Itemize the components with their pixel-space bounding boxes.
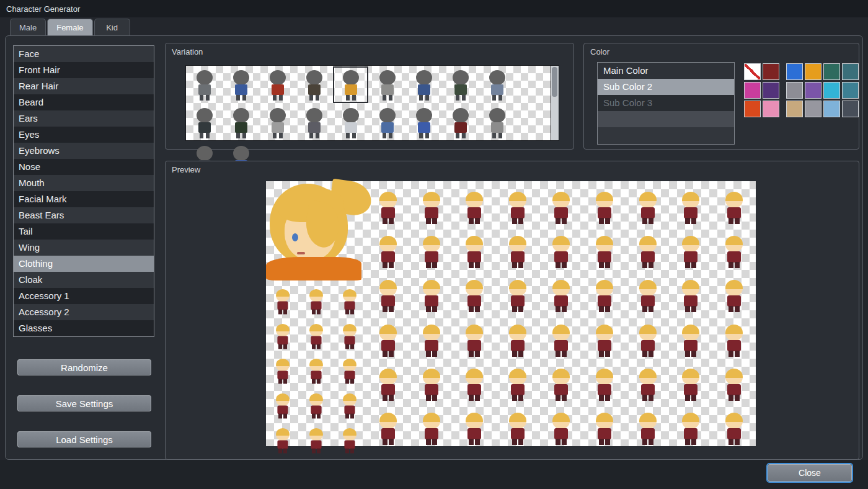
variation-thumbnail[interactable] bbox=[296, 104, 332, 141]
parts-list-item-beard[interactable]: Beard bbox=[14, 94, 154, 110]
character-figure bbox=[592, 235, 617, 269]
color-option-sub-color-3[interactable]: Sub Color 3 bbox=[598, 95, 734, 111]
parts-list-item-rear-hair[interactable]: Rear Hair bbox=[14, 78, 154, 94]
color-option-sub-color-2[interactable]: Sub Color 2 bbox=[598, 79, 734, 95]
color-option-main-color[interactable]: Main Color bbox=[598, 63, 734, 79]
character-figure bbox=[419, 279, 444, 313]
mannequin-head bbox=[306, 108, 322, 123]
parts-list-item-wing[interactable]: Wing bbox=[14, 240, 154, 256]
character-legs bbox=[556, 306, 567, 312]
load-settings-button[interactable]: Load Settings bbox=[17, 431, 151, 447]
variation-scrollbar[interactable] bbox=[551, 65, 559, 141]
parts-list-item-eyes[interactable]: Eyes bbox=[14, 127, 154, 143]
parts-list-item-eyebrows[interactable]: Eyebrows bbox=[14, 143, 154, 159]
palette-swatch[interactable] bbox=[763, 82, 779, 99]
mannequin-figure bbox=[414, 108, 435, 140]
character-legs bbox=[426, 395, 437, 401]
mannequin-outfit bbox=[454, 84, 467, 95]
character-head bbox=[725, 325, 743, 341]
variation-thumbnail[interactable] bbox=[223, 104, 259, 141]
bottom-bar bbox=[0, 460, 868, 489]
preview-sprite bbox=[669, 269, 712, 313]
variation-thumbnail[interactable] bbox=[186, 104, 223, 141]
parts-list-item-clothing[interactable]: Clothing bbox=[14, 256, 154, 272]
parts-list-item-facial-mark[interactable]: Facial Mark bbox=[14, 191, 154, 207]
variation-thumbnail[interactable] bbox=[369, 66, 405, 104]
palette-swatch[interactable] bbox=[805, 63, 822, 80]
parts-list-item-nose[interactable]: Nose bbox=[14, 159, 154, 175]
palette-swatch[interactable] bbox=[823, 101, 840, 117]
variation-scrollbar-thumb[interactable] bbox=[552, 67, 557, 97]
preview-sprite bbox=[626, 269, 670, 313]
parts-list-item-accessory-2[interactable]: Accessory 2 bbox=[14, 304, 154, 320]
character-body bbox=[425, 251, 438, 262]
character-head bbox=[596, 280, 613, 296]
parts-list-item-accessory-1[interactable]: Accessory 1 bbox=[14, 288, 154, 304]
character-legs bbox=[278, 379, 287, 384]
character-legs bbox=[556, 218, 567, 224]
variation-thumbnail[interactable] bbox=[223, 66, 259, 104]
variation-thumbnail[interactable] bbox=[186, 66, 223, 104]
variation-thumbnail[interactable] bbox=[479, 66, 515, 104]
palette-swatch[interactable] bbox=[842, 63, 859, 80]
palette-swatch[interactable] bbox=[763, 101, 779, 117]
variation-thumbnail[interactable] bbox=[332, 66, 369, 104]
parts-list-item-face[interactable]: Face bbox=[14, 46, 154, 62]
randomize-button[interactable]: Randomize bbox=[17, 359, 151, 375]
variation-thumbnail[interactable] bbox=[479, 104, 515, 141]
character-figure bbox=[505, 279, 530, 313]
parts-list-item-ears[interactable]: Ears bbox=[14, 110, 154, 127]
variation-thumbnail[interactable] bbox=[405, 104, 442, 141]
save-settings-button[interactable]: Save Settings bbox=[17, 395, 151, 411]
character-body bbox=[727, 384, 741, 395]
character-body bbox=[311, 440, 321, 449]
character-head bbox=[509, 325, 526, 341]
palette-swatch[interactable] bbox=[786, 101, 803, 117]
palette-swatch[interactable] bbox=[763, 63, 779, 80]
palette-swatch[interactable] bbox=[805, 82, 822, 99]
mannequin-head bbox=[197, 70, 213, 85]
preview-sprite-grid-small bbox=[266, 280, 366, 446]
preview-sprite bbox=[583, 358, 626, 402]
character-body bbox=[598, 295, 611, 307]
parts-list-item-tail[interactable]: Tail bbox=[14, 223, 154, 240]
palette-swatch[interactable] bbox=[786, 63, 803, 80]
palette-swatch[interactable] bbox=[744, 82, 761, 99]
parts-list-item-glasses[interactable]: Glasses bbox=[14, 320, 154, 336]
parts-list-item-front-hair[interactable]: Front Hair bbox=[14, 62, 154, 78]
variation-thumbnail[interactable] bbox=[405, 66, 442, 104]
palette-swatch[interactable] bbox=[842, 101, 859, 117]
palette-swatch[interactable] bbox=[823, 82, 840, 99]
preview-sprite bbox=[299, 315, 333, 350]
variation-thumbnail[interactable] bbox=[369, 104, 405, 141]
variation-thumbnail[interactable] bbox=[296, 66, 332, 104]
parts-list-item-cloak[interactable]: Cloak bbox=[14, 272, 154, 288]
palette-swatch[interactable] bbox=[786, 82, 803, 99]
variation-thumbnail[interactable] bbox=[332, 104, 369, 141]
character-body bbox=[684, 428, 698, 439]
character-body bbox=[511, 428, 525, 439]
character-legs bbox=[685, 306, 696, 312]
palette-swatch[interactable] bbox=[842, 82, 859, 99]
variation-thumbnail[interactable] bbox=[259, 104, 296, 141]
palette-swatch-none[interactable] bbox=[744, 63, 761, 80]
close-button[interactable]: Close bbox=[768, 464, 852, 482]
character-figure bbox=[549, 367, 574, 402]
mannequin-head bbox=[489, 70, 505, 85]
parts-list-item-beast-ears[interactable]: Beast Ears bbox=[14, 207, 154, 223]
tab-kid[interactable]: Kid bbox=[94, 19, 130, 35]
variation-thumbnail[interactable] bbox=[442, 104, 479, 141]
mannequin-outfit bbox=[418, 84, 430, 95]
character-figure bbox=[419, 191, 444, 225]
parts-list-item-mouth[interactable]: Mouth bbox=[14, 175, 154, 191]
tab-male[interactable]: Male bbox=[10, 19, 46, 35]
preview-sprite bbox=[333, 280, 366, 315]
character-figure bbox=[462, 323, 487, 358]
palette-swatch[interactable] bbox=[823, 63, 840, 80]
color-list-empty-row bbox=[598, 111, 734, 127]
palette-swatch[interactable] bbox=[744, 101, 761, 117]
tab-female[interactable]: Female bbox=[47, 19, 92, 35]
palette-swatch[interactable] bbox=[805, 101, 822, 117]
variation-thumbnail[interactable] bbox=[259, 66, 296, 104]
variation-thumbnail[interactable] bbox=[442, 66, 479, 104]
